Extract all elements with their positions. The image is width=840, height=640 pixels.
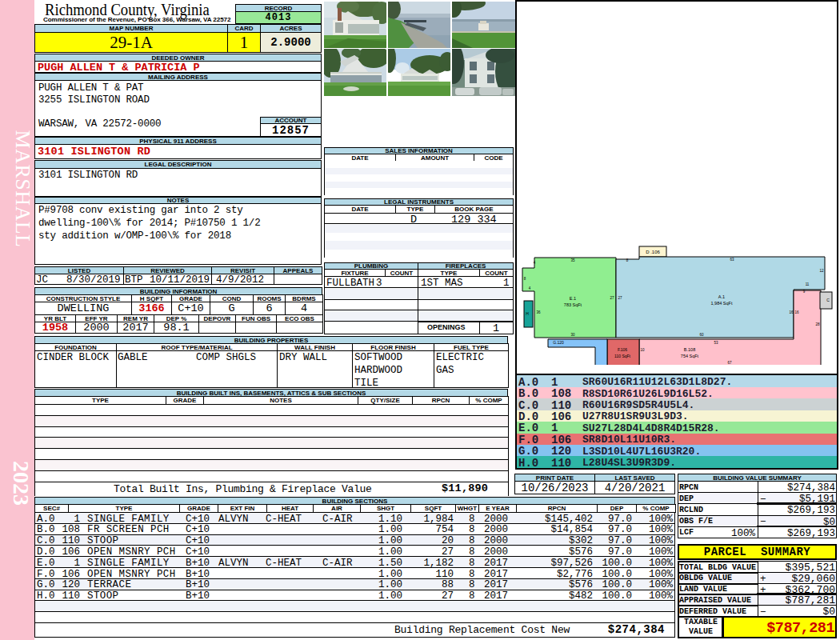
- svg-text:16: 16: [794, 310, 799, 314]
- svg-text:16: 16: [789, 310, 794, 314]
- svg-text:63: 63: [730, 258, 734, 262]
- svg-text:C: C: [826, 298, 830, 302]
- svg-text:28: 28: [815, 322, 820, 326]
- svg-text:60: 60: [699, 333, 704, 337]
- svg-text:783 SqFt: 783 SqFt: [564, 302, 582, 307]
- svg-text:D .106: D .106: [646, 250, 660, 254]
- svg-text:B.108: B.108: [684, 347, 695, 352]
- svg-text:110 SqFt: 110 SqFt: [614, 354, 631, 358]
- svg-text:11: 11: [806, 282, 810, 286]
- svg-text:1,984 SqFt: 1,984 SqFt: [711, 301, 733, 306]
- svg-text:12: 12: [819, 269, 824, 273]
- svg-text:754 SqFt: 754 SqFt: [681, 354, 699, 358]
- svg-text:10: 10: [640, 348, 645, 352]
- svg-text:67: 67: [727, 361, 732, 365]
- svg-text:A.1: A.1: [718, 294, 725, 299]
- svg-text:F.106: F.106: [618, 347, 627, 352]
- svg-text:53: 53: [714, 341, 718, 345]
- svg-text:36: 36: [536, 310, 541, 314]
- svg-text:27: 27: [610, 296, 614, 300]
- svg-text:G.120: G.120: [553, 340, 564, 345]
- svg-text:E.1: E.1: [570, 296, 576, 301]
- svg-text:27: 27: [618, 296, 622, 300]
- svg-text:H: H: [526, 311, 529, 316]
- svg-text:30: 30: [570, 333, 575, 337]
- svg-text:35: 35: [570, 258, 575, 262]
